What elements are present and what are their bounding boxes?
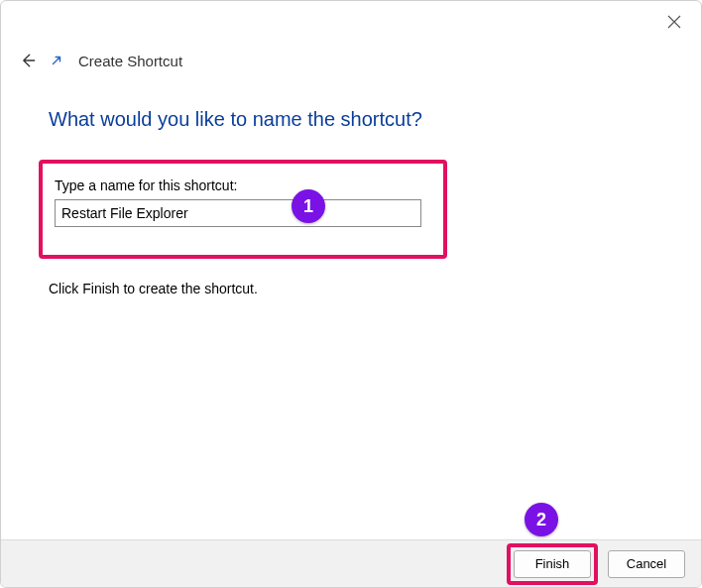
annotation-badge-1: 1 xyxy=(292,189,325,223)
shortcut-icon xyxy=(49,53,64,68)
name-field-label: Type a name for this shortcut: xyxy=(55,177,431,193)
page-heading: What would you like to name the shortcut… xyxy=(49,108,422,131)
window-title: Create Shortcut xyxy=(78,53,182,69)
hint-text: Click Finish to create the shortcut. xyxy=(49,281,258,296)
back-arrow-icon[interactable] xyxy=(17,50,39,71)
cancel-button[interactable]: Cancel xyxy=(608,550,685,578)
footer-bar: Finish Cancel xyxy=(1,539,701,587)
close-icon[interactable] xyxy=(667,15,681,29)
header-row: Create Shortcut xyxy=(17,47,685,74)
titlebar xyxy=(1,1,701,41)
shortcut-name-input[interactable] xyxy=(55,199,421,227)
callout-name-field: Type a name for this shortcut: xyxy=(39,160,447,259)
callout-finish-button: Finish xyxy=(507,543,598,585)
finish-button[interactable]: Finish xyxy=(514,550,591,578)
annotation-badge-2: 2 xyxy=(525,503,558,536)
